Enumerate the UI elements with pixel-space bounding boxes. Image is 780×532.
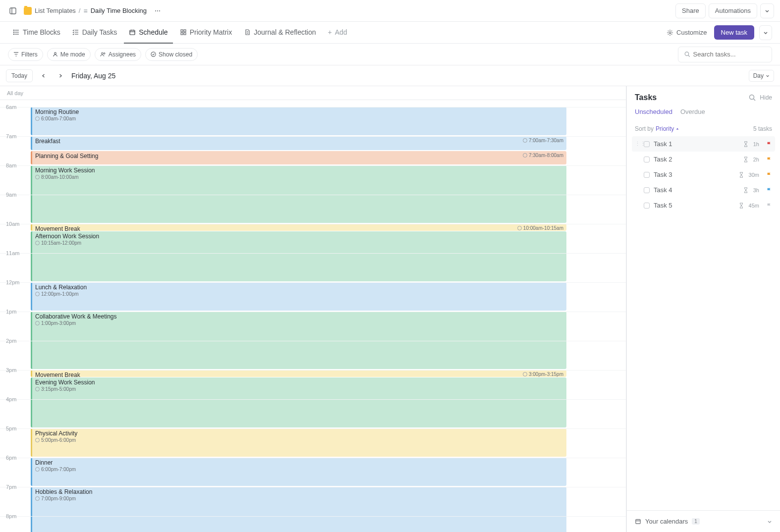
search-input-wrapper[interactable] [678, 47, 772, 62]
task-item[interactable]: ⋮⋮Task 43h [632, 182, 775, 198]
event-title: Movement Break [35, 372, 563, 377]
tab-schedule[interactable]: Schedule [124, 22, 172, 44]
page-title[interactable]: Daily Time Blocking [91, 7, 147, 14]
today-button[interactable]: Today [6, 69, 33, 82]
tab-overdue[interactable]: Overdue [680, 108, 705, 117]
hour-row [0, 428, 626, 429]
event-title: Movement Break [35, 225, 563, 231]
calendar-event[interactable]: Afternoon Work Session10:15am-12:00pm [31, 231, 566, 281]
tab-label: Journal & Reflection [254, 28, 316, 36]
svg-rect-33 [636, 520, 640, 524]
flag-icon [766, 203, 772, 209]
task-item[interactable]: ⋮⋮Task 545m [632, 198, 775, 213]
event-title: Physical Activity [35, 430, 563, 437]
hour-label: 8am [6, 162, 16, 168]
all-day-row[interactable]: All day [0, 86, 626, 100]
task-checkbox[interactable] [644, 157, 650, 162]
assignees-chip[interactable]: Assignees [95, 48, 141, 61]
new-task-dropdown[interactable] [759, 25, 772, 40]
next-day-button[interactable] [55, 70, 66, 82]
calendar-icon [635, 518, 641, 525]
calendar-event[interactable]: Morning Work Session8:00am-10:00am [31, 165, 566, 223]
calendar-event[interactable]: Movement Break3:00pm-3:15pm [31, 370, 566, 377]
calendar-event[interactable]: Lunch & Relaxation12:00pm-1:00pm [31, 282, 566, 311]
task-checkbox[interactable] [644, 141, 650, 147]
tab-daily-tasks[interactable]: Daily Tasks [67, 22, 122, 44]
tasks-search-icon[interactable] [749, 94, 756, 101]
hour-label: 11am [6, 250, 20, 256]
hourglass-icon [743, 157, 748, 162]
hour-label: 5pm [6, 426, 16, 431]
tab-journal-reflection[interactable]: Journal & Reflection [239, 22, 321, 44]
calendar-grid[interactable]: Morning Routine6:00am-7:00amBreakfast7:0… [0, 100, 626, 532]
task-checkbox[interactable] [644, 203, 650, 209]
filters-chip[interactable]: Filters [8, 48, 43, 61]
caret-up-icon [675, 127, 679, 131]
svg-rect-21 [184, 33, 186, 35]
tab-unscheduled[interactable]: Unscheduled [635, 108, 672, 117]
tab-time-blocks[interactable]: Time Blocks [8, 22, 65, 44]
tasks-panel-title: Tasks [635, 93, 745, 102]
svg-rect-20 [181, 33, 183, 35]
calendar-event[interactable]: Physical Activity5:00pm-6:00pm [31, 428, 566, 457]
task-item[interactable]: ⋮⋮Task 330m [632, 167, 775, 182]
sort-by-value[interactable]: Priority [656, 125, 679, 132]
me-mode-chip[interactable]: Me mode [47, 48, 91, 61]
event-time: 7:00pm-9:00pm [41, 496, 76, 501]
new-task-button[interactable]: New task [714, 25, 754, 40]
task-checkbox[interactable] [644, 187, 650, 193]
calendar-event[interactable]: Movement Break10:00am-10:15am [31, 224, 566, 231]
svg-point-9 [13, 32, 14, 32]
hourglass-icon [739, 172, 744, 178]
svg-rect-18 [181, 30, 183, 32]
tab-label: Schedule [139, 28, 167, 36]
customize-button[interactable]: Customize [662, 26, 712, 39]
more-icon[interactable] [151, 4, 165, 18]
event-title: Breakfast [35, 138, 563, 145]
task-item[interactable]: ⋮⋮Task 11h [632, 136, 775, 152]
hour-row [0, 458, 626, 458]
event-time: 7:30am-8:00am [529, 153, 563, 158]
event-time: 7:00am-7:30am [529, 138, 563, 143]
search-input[interactable] [693, 51, 766, 58]
prev-day-button[interactable] [38, 70, 50, 82]
calendar-event[interactable]: Hobbies & Relaxation7:00pm-9:00pm [31, 487, 566, 532]
clock-icon [35, 116, 40, 121]
hide-tasks-button[interactable]: Hide [760, 94, 772, 101]
event-title: Dinner [35, 459, 563, 466]
automations-dropdown[interactable] [760, 3, 774, 18]
your-calendars-toggle[interactable]: Your calendars 1 [627, 510, 780, 532]
task-name: Task 4 [654, 186, 739, 194]
add-view-button[interactable]: + Add [323, 22, 352, 44]
task-checkbox[interactable] [644, 172, 650, 178]
hour-label: 4pm [6, 396, 16, 402]
calendar-event[interactable]: Collaborative Work & Meetings1:00pm-3:00… [31, 312, 566, 369]
share-button[interactable]: Share [675, 3, 706, 18]
clock-icon [35, 175, 40, 179]
calendar-event[interactable]: Morning Routine6:00am-7:00am [31, 107, 566, 135]
your-calendars-label: Your calendars [645, 518, 688, 525]
svg-point-8 [13, 30, 14, 30]
sidebar-toggle-icon[interactable] [6, 4, 20, 18]
hourglass-icon [743, 187, 748, 193]
drag-handle-icon[interactable]: ⋮⋮ [635, 141, 640, 147]
calendar-event[interactable]: Breakfast7:00am-7:30am [31, 136, 566, 150]
view-mode-select[interactable]: Day [749, 70, 774, 82]
add-view-label: Add [335, 28, 347, 36]
task-item[interactable]: ⋮⋮Task 22h [632, 152, 775, 167]
flag-icon [766, 172, 772, 178]
tab-priority-matrix[interactable]: Priority Matrix [175, 22, 237, 44]
task-name: Task 3 [654, 171, 735, 178]
event-title: Lunch & Relaxation [35, 284, 563, 291]
show-closed-chip[interactable]: Show closed [145, 48, 198, 61]
breadcrumb-parent[interactable]: List Templates [35, 7, 76, 14]
automations-button[interactable]: Automations [709, 3, 757, 18]
calendar-count-badge: 1 [692, 518, 700, 525]
task-count: 5 tasks [753, 125, 772, 132]
task-duration: 45m [749, 203, 759, 209]
clock-icon [523, 138, 527, 143]
calendar-event[interactable]: Planning & Goal Setting7:30am-8:00am [31, 151, 566, 165]
calendar-event[interactable]: Dinner6:00pm-7:00pm [31, 458, 566, 486]
hour-row [0, 253, 626, 254]
calendar-event[interactable]: Evening Work Session3:15pm-5:00pm [31, 377, 566, 427]
